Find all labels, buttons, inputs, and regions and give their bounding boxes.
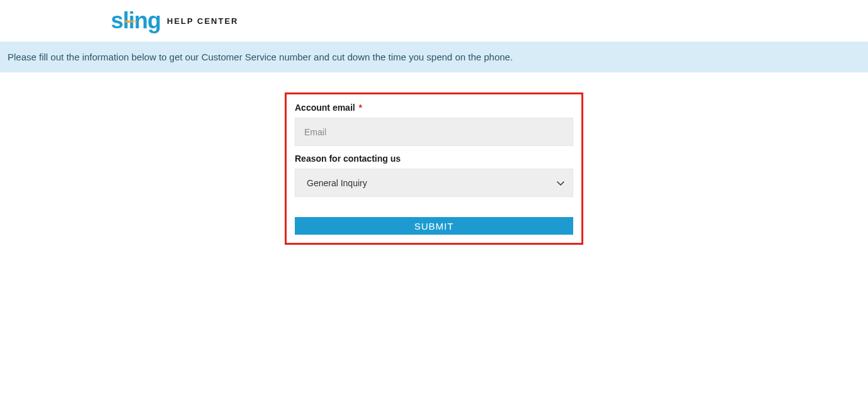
reason-group: Reason for contacting us General Inquiry bbox=[295, 154, 573, 197]
header: sling HELP CENTER bbox=[0, 0, 868, 42]
email-field[interactable] bbox=[295, 118, 573, 146]
info-banner: Please fill out the information below to… bbox=[0, 42, 868, 72]
logo[interactable]: sling HELP CENTER bbox=[111, 8, 239, 34]
logo-suffix: HELP CENTER bbox=[167, 16, 239, 26]
reason-select[interactable]: General Inquiry bbox=[295, 169, 573, 197]
email-group: Account email * bbox=[295, 103, 573, 146]
submit-button[interactable]: SUBMIT bbox=[295, 217, 573, 235]
email-label: Account email * bbox=[295, 103, 573, 113]
logo-brand: sling bbox=[111, 8, 161, 34]
logo-arcs-icon bbox=[123, 3, 139, 29]
reason-select-wrapper: General Inquiry bbox=[295, 169, 573, 197]
reason-label: Reason for contacting us bbox=[295, 154, 573, 164]
banner-text: Please fill out the information below to… bbox=[8, 52, 513, 62]
required-indicator: * bbox=[359, 103, 362, 113]
contact-form: Account email * Reason for contacting us… bbox=[285, 92, 583, 245]
